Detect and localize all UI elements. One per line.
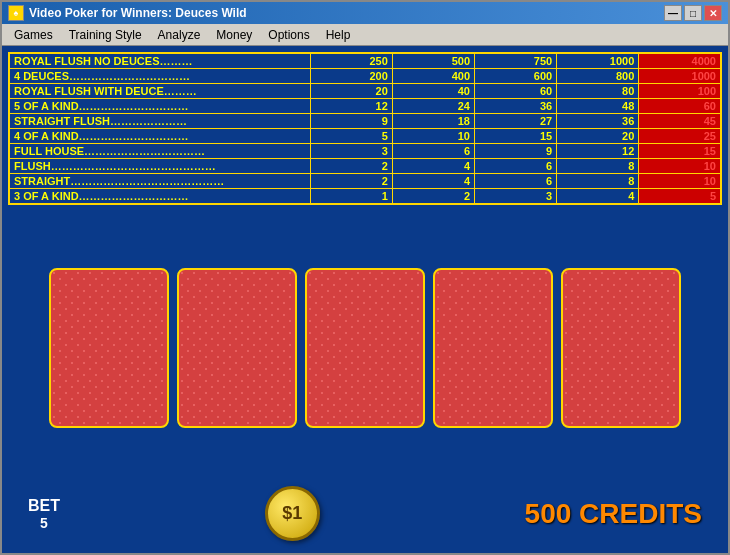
- hand-name: ROYAL FLUSH WITH DEUCE………: [9, 84, 310, 99]
- payout-col-4: 48: [557, 99, 639, 114]
- hand-name: FLUSH………………………………………: [9, 159, 310, 174]
- payout-col-4: 12: [557, 144, 639, 159]
- payout-col-3: 27: [475, 114, 557, 129]
- menu-money[interactable]: Money: [208, 26, 260, 44]
- title-bar-controls: — □ ✕: [664, 5, 722, 21]
- card-5[interactable]: [561, 268, 681, 428]
- payout-col-5: 15: [639, 144, 721, 159]
- payout-col-3: 36: [475, 99, 557, 114]
- payout-col-5: 10: [639, 159, 721, 174]
- payout-col-3: 15: [475, 129, 557, 144]
- title-bar-left: ♠ Video Poker for Winners: Deuces Wild: [8, 5, 247, 21]
- payout-col-2: 40: [392, 84, 474, 99]
- pay-table-row: FULL HOUSE……………………………3691215: [9, 144, 721, 159]
- payout-col-2: 10: [392, 129, 474, 144]
- payout-col-4: 1000: [557, 53, 639, 69]
- credits-display: 500 CREDITS: [525, 498, 702, 530]
- payout-col-5: 100: [639, 84, 721, 99]
- card-2[interactable]: [177, 268, 297, 428]
- payout-col-5: 1000: [639, 69, 721, 84]
- title-bar: ♠ Video Poker for Winners: Deuces Wild —…: [2, 2, 728, 24]
- payout-col-4: 8: [557, 159, 639, 174]
- pay-table-row: ROYAL FLUSH NO DEUCES………2505007501000400…: [9, 53, 721, 69]
- payout-col-2: 18: [392, 114, 474, 129]
- payout-col-5: 10: [639, 174, 721, 189]
- card-4[interactable]: [433, 268, 553, 428]
- payout-col-5: 5: [639, 189, 721, 205]
- payout-col-3: 6: [475, 159, 557, 174]
- payout-col-2: 24: [392, 99, 474, 114]
- hand-name: 5 OF A KIND…………………………: [9, 99, 310, 114]
- payout-col-1: 1: [310, 189, 392, 205]
- window-title: Video Poker for Winners: Deuces Wild: [29, 6, 247, 20]
- payout-col-4: 8: [557, 174, 639, 189]
- payout-col-2: 4: [392, 159, 474, 174]
- cards-area: [8, 215, 722, 480]
- menu-training-style[interactable]: Training Style: [61, 26, 150, 44]
- hand-name: 4 OF A KIND…………………………: [9, 129, 310, 144]
- pay-table: ROYAL FLUSH NO DEUCES………2505007501000400…: [8, 52, 722, 205]
- pay-table-row: 4 DEUCES……………………………2004006008001000: [9, 69, 721, 84]
- bottom-bar: BET 5 $1 500 CREDITS: [8, 480, 722, 547]
- hand-name: STRAIGHT……………………………………: [9, 174, 310, 189]
- payout-col-2: 500: [392, 53, 474, 69]
- hand-name: ROYAL FLUSH NO DEUCES………: [9, 53, 310, 69]
- card-1[interactable]: [49, 268, 169, 428]
- payout-col-3: 600: [475, 69, 557, 84]
- payout-col-5: 60: [639, 99, 721, 114]
- payout-col-1: 3: [310, 144, 392, 159]
- close-button[interactable]: ✕: [704, 5, 722, 21]
- payout-col-1: 2: [310, 159, 392, 174]
- payout-col-1: 200: [310, 69, 392, 84]
- payout-col-1: 9: [310, 114, 392, 129]
- menu-help[interactable]: Help: [318, 26, 359, 44]
- payout-col-4: 20: [557, 129, 639, 144]
- pay-table-row: STRAIGHT FLUSH…………………918273645: [9, 114, 721, 129]
- payout-col-2: 400: [392, 69, 474, 84]
- payout-col-1: 20: [310, 84, 392, 99]
- payout-col-4: 800: [557, 69, 639, 84]
- menu-games[interactable]: Games: [6, 26, 61, 44]
- payout-col-3: 6: [475, 174, 557, 189]
- payout-col-2: 4: [392, 174, 474, 189]
- payout-col-1: 12: [310, 99, 392, 114]
- minimize-button[interactable]: —: [664, 5, 682, 21]
- bet-display: BET 5: [28, 497, 60, 531]
- payout-col-1: 2: [310, 174, 392, 189]
- game-area: ROYAL FLUSH NO DEUCES………2505007501000400…: [2, 46, 728, 553]
- pay-table-row: ROYAL FLUSH WITH DEUCE………20406080100: [9, 84, 721, 99]
- pay-table-row: 4 OF A KIND…………………………510152025: [9, 129, 721, 144]
- card-3[interactable]: [305, 268, 425, 428]
- hand-name: STRAIGHT FLUSH…………………: [9, 114, 310, 129]
- payout-col-4: 36: [557, 114, 639, 129]
- payout-col-4: 80: [557, 84, 639, 99]
- payout-col-5: 45: [639, 114, 721, 129]
- hand-name: 4 DEUCES……………………………: [9, 69, 310, 84]
- payout-col-3: 750: [475, 53, 557, 69]
- pay-table-row: 3 OF A KIND…………………………12345: [9, 189, 721, 205]
- menu-analyze[interactable]: Analyze: [150, 26, 209, 44]
- bet-amount: 5: [40, 515, 48, 531]
- payout-col-1: 5: [310, 129, 392, 144]
- payout-col-3: 60: [475, 84, 557, 99]
- hand-name: FULL HOUSE……………………………: [9, 144, 310, 159]
- menu-bar: Games Training Style Analyze Money Optio…: [2, 24, 728, 46]
- payout-col-5: 25: [639, 129, 721, 144]
- menu-options[interactable]: Options: [260, 26, 317, 44]
- payout-col-4: 4: [557, 189, 639, 205]
- pay-table-row: 5 OF A KIND…………………………1224364860: [9, 99, 721, 114]
- hand-name: 3 OF A KIND…………………………: [9, 189, 310, 205]
- payout-col-2: 2: [392, 189, 474, 205]
- bet-label: BET: [28, 497, 60, 515]
- payout-col-2: 6: [392, 144, 474, 159]
- payout-col-5: 4000: [639, 53, 721, 69]
- payout-col-3: 3: [475, 189, 557, 205]
- coin-button[interactable]: $1: [265, 486, 320, 541]
- payout-col-1: 250: [310, 53, 392, 69]
- pay-table-row: STRAIGHT……………………………………246810: [9, 174, 721, 189]
- payout-col-3: 9: [475, 144, 557, 159]
- maximize-button[interactable]: □: [684, 5, 702, 21]
- app-icon: ♠: [8, 5, 24, 21]
- pay-table-row: FLUSH………………………………………246810: [9, 159, 721, 174]
- main-window: ♠ Video Poker for Winners: Deuces Wild —…: [0, 0, 730, 555]
